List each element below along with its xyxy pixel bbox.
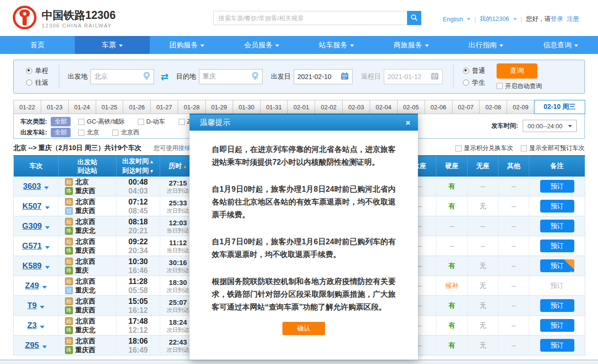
show-all-toggle[interactable]: 显示全部可预订车次 (521, 144, 585, 152)
brand[interactable]: 中国铁路12306 12306 CHINA RAILWAY (12, 5, 116, 32)
date-tab[interactable]: 02-09 (507, 100, 535, 114)
nav-item-home[interactable]: 首页 (0, 36, 75, 54)
depart-time-select[interactable]: 00:00--24:00 (523, 120, 577, 132)
date-tab[interactable]: 02-01 (287, 100, 315, 114)
nav-item-travel-guide[interactable]: 出行指南 (449, 36, 524, 54)
date-tab[interactable]: 02-03 (342, 100, 370, 114)
passenger-type-student[interactable]: 学生 (463, 79, 485, 87)
depart-station-checkbox[interactable] (78, 130, 84, 136)
my12306-link[interactable]: 我的12306 (480, 15, 509, 23)
sort-desc-icon[interactable]: ▼ (149, 169, 154, 174)
train-link[interactable]: Z3 (27, 321, 37, 330)
train-link[interactable]: Z95 (25, 341, 39, 350)
depart-station-option[interactable]: 北京西 (112, 128, 139, 137)
sort-asc-icon[interactable]: ▲ (149, 159, 154, 164)
passenger-type-normal[interactable]: 普通 (463, 67, 485, 75)
nav-item-info-query[interactable]: 信息查询 (523, 36, 598, 54)
book-button[interactable]: 预订兑 (540, 259, 574, 272)
expand-caret-icon[interactable] (45, 266, 50, 269)
train-type-checkbox[interactable] (138, 119, 144, 125)
train-link[interactable]: K589 (22, 261, 42, 270)
expand-caret-icon[interactable] (45, 246, 50, 249)
to-station-input[interactable]: 重庆 (199, 69, 263, 84)
date-tab[interactable]: 01-29 (205, 100, 233, 114)
sort-asc-active-icon[interactable]: ▲ (182, 164, 187, 169)
date-tab[interactable]: 01-31 (260, 100, 288, 114)
train-link[interactable]: T9 (27, 301, 37, 310)
expand-caret-icon[interactable] (45, 206, 50, 209)
passenger-type-radio-normal[interactable] (463, 68, 469, 74)
trip-type-radio-one-way[interactable] (26, 68, 32, 74)
train-type-checkbox[interactable] (179, 119, 185, 125)
book-button[interactable]: 预订 (540, 180, 574, 193)
search-button[interactable] (407, 11, 421, 25)
date-tab[interactable]: 01-22 (13, 100, 41, 114)
col-header-train[interactable]: 车次 (14, 156, 59, 177)
train-type-option[interactable]: D-动车 (138, 117, 165, 126)
train-link[interactable]: G309 (22, 222, 42, 231)
language-link[interactable]: English (443, 16, 463, 23)
book-button[interactable]: 预订 (540, 299, 574, 312)
show-all-checkbox[interactable] (521, 145, 527, 151)
nav-item-station-services[interactable]: 站车服务 (299, 36, 374, 54)
return-date-input[interactable]: 2021-01-12 (384, 69, 443, 84)
book-button[interactable]: 预订 (540, 319, 574, 332)
train-link[interactable]: 3603 (23, 182, 41, 191)
train-link[interactable]: Z49 (25, 281, 39, 290)
train-link[interactable]: K507 (22, 202, 42, 211)
date-tab[interactable]: 01-25 (96, 100, 124, 114)
date-tab[interactable]: 02-05 (397, 100, 425, 114)
book-button[interactable]: 预订 (540, 240, 574, 252)
close-icon[interactable]: × (406, 119, 410, 127)
date-tab[interactable]: 02-02 (315, 100, 343, 114)
query-button[interactable]: 查询 (497, 63, 537, 79)
date-tab[interactable]: 01-24 (68, 100, 96, 114)
date-tab[interactable]: 01-26 (123, 100, 151, 114)
train-link[interactable]: G571 (22, 241, 42, 250)
date-tab[interactable]: 01-28 (178, 100, 206, 114)
trip-type-round-trip[interactable]: 往返 (26, 79, 48, 87)
expand-caret-icon[interactable] (42, 286, 47, 289)
search-input[interactable] (213, 11, 407, 25)
trip-type-radio-round-trip[interactable] (26, 80, 32, 86)
date-tab[interactable]: 02-06 (425, 100, 453, 114)
expand-caret-icon[interactable] (42, 346, 47, 348)
confirm-button[interactable]: 确认 (282, 322, 325, 335)
auto-query-checkbox[interactable] (497, 83, 503, 89)
nav-item-tickets[interactable]: 车票 (75, 36, 150, 54)
points-exchange-toggle[interactable]: 显示积分兑换车次 (455, 144, 513, 152)
expand-caret-icon[interactable] (45, 226, 50, 229)
trip-type-one-way[interactable]: 单程 (26, 67, 48, 75)
date-tab[interactable]: 01-23 (41, 100, 69, 114)
book-button[interactable]: 预订 (540, 220, 574, 232)
swap-stations-icon[interactable]: ⇄ (161, 72, 169, 81)
depart-station-all-badge[interactable]: 全部 (51, 128, 71, 137)
nav-item-member-services[interactable]: 会员服务 (224, 36, 299, 54)
passenger-type-radio-student[interactable] (463, 80, 469, 86)
book-button[interactable]: 预订 (540, 339, 574, 352)
login-link[interactable]: 登录 (551, 15, 563, 23)
col-header-station[interactable]: 出发站到达站 (59, 156, 117, 177)
train-type-all-badge[interactable]: 全部 (51, 117, 71, 126)
date-tab[interactable]: 01-27 (150, 100, 178, 114)
auto-query-toggle[interactable]: 开启自动查询 (497, 82, 542, 90)
book-button[interactable]: 预订 (540, 200, 574, 213)
depart-station-option[interactable]: 北京 (78, 128, 99, 137)
date-tab[interactable]: 01-30 (233, 100, 261, 114)
expand-caret-icon[interactable] (40, 306, 45, 309)
points-exchange-checkbox[interactable] (455, 145, 462, 151)
date-tab-active[interactable]: 02-10 周三 (534, 100, 585, 114)
date-tab[interactable]: 02-04 (370, 100, 398, 114)
train-type-checkbox[interactable] (78, 119, 84, 125)
expand-caret-icon[interactable] (40, 326, 45, 328)
register-link[interactable]: 注册 (567, 15, 579, 23)
depart-station-checkbox[interactable] (112, 130, 118, 136)
nav-item-business-travel[interactable]: 商旅服务 (374, 36, 449, 54)
nav-item-group-services[interactable]: 团购服务 (150, 36, 225, 54)
expand-caret-icon[interactable] (44, 186, 49, 189)
col-header-time[interactable]: 出发时间▲ 到达时间▼ (117, 156, 160, 177)
depart-date-input[interactable]: 2021-02-10 (294, 69, 353, 84)
date-tab[interactable]: 02-07 (452, 100, 480, 114)
from-station-input[interactable]: 北京 (91, 69, 154, 84)
date-tab[interactable]: 02-08 (479, 100, 507, 114)
